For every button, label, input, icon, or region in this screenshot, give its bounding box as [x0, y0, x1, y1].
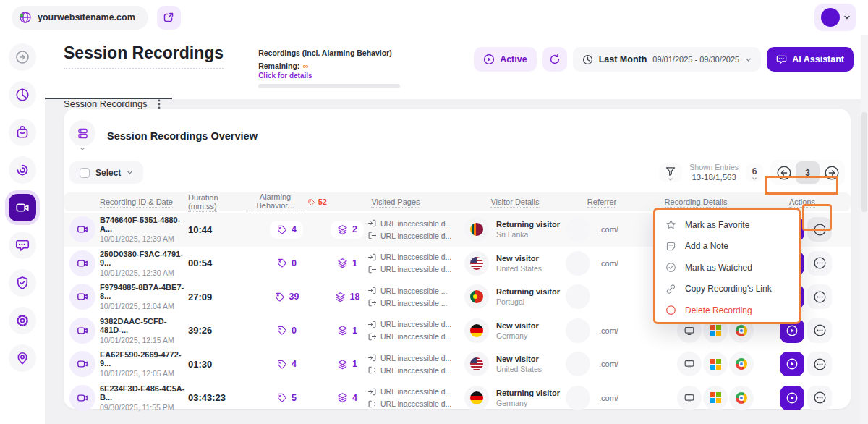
ellipsis-icon: [813, 323, 827, 337]
col-visited-pages[interactable]: Visited Pages: [327, 198, 464, 206]
entry-url[interactable]: URL inaccessible d...: [367, 387, 464, 397]
row-actions-button[interactable]: [807, 386, 832, 410]
shown-entries-value: 13-18/1,563: [689, 172, 739, 182]
country-flag-icon: [470, 223, 483, 236]
exit-url[interactable]: URL inaccessible ...: [367, 298, 464, 308]
visitor-cell: New visitor United States: [464, 251, 566, 276]
pages-count: 1: [352, 326, 357, 336]
play-icon: [786, 357, 799, 370]
date-range-selector[interactable]: Last Month 09/01/2025 - 09/30/2025: [573, 47, 762, 72]
row-actions-button[interactable]: [807, 284, 832, 309]
open-site-button[interactable]: [157, 6, 181, 30]
sidebar-item-privacy[interactable]: [9, 269, 36, 297]
click-for-details-link[interactable]: Click for details: [258, 72, 400, 80]
filter-button[interactable]: [659, 163, 682, 182]
row-actions-button[interactable]: [807, 251, 832, 276]
page-exit-icon: [367, 365, 377, 375]
menu-item-delete-recording[interactable]: Delete Recording: [655, 300, 799, 321]
exit-url[interactable]: URL inaccessible d...: [367, 265, 464, 274]
row-actions-button[interactable]: [807, 352, 832, 376]
overview-collapse-control[interactable]: [69, 120, 95, 151]
col-visitor-details[interactable]: Visitor Details: [464, 198, 566, 206]
visited-pages-count-cell: 1: [327, 355, 367, 373]
ai-assistant-button[interactable]: AI Assistant: [767, 47, 854, 72]
website-selector[interactable]: yourwebsitename.com: [12, 6, 148, 30]
chevron-down-icon: [752, 177, 757, 181]
tag-icon: [276, 325, 287, 336]
col-recording-id[interactable]: Recording ID & Date: [100, 198, 188, 206]
page-entry-icon: [367, 320, 377, 329]
sidebar-toggle-icon[interactable]: [9, 43, 36, 71]
menu-item-add-note[interactable]: Add a Note: [655, 236, 799, 258]
device-desktop-icon: [677, 352, 702, 376]
pages-count: 2: [352, 224, 357, 234]
visitor-type: Returning visitor: [496, 389, 560, 397]
referrer-cell: .com/: [566, 386, 638, 410]
sidebar-item-visitors[interactable]: [9, 119, 36, 146]
select-dropdown[interactable]: Select: [69, 161, 143, 184]
sidebar-item-heatmaps[interactable]: [9, 156, 36, 184]
active-filter-button[interactable]: Active: [474, 47, 537, 72]
select-all-checkbox[interactable]: [80, 168, 90, 178]
user-menu[interactable]: [814, 4, 856, 31]
referrer-favicon: [566, 318, 590, 343]
exit-url[interactable]: URL inaccessible d...: [367, 332, 464, 342]
pages-count: 4: [352, 393, 357, 403]
camera-icon: [69, 385, 95, 411]
entry-url[interactable]: URL inaccessible d...: [367, 353, 464, 362]
table-row[interactable]: 6E234F3D-E486-4C5A-B... 09/30/2025, 11:5…: [64, 381, 851, 415]
visited-urls-cell: URL inaccessible d... URL inaccessible d…: [367, 253, 464, 274]
card-title: Session Recordings Overview: [107, 130, 258, 142]
col-recording-details[interactable]: Recording Details: [638, 198, 754, 206]
entry-url[interactable]: URL inaccessible d...: [367, 219, 464, 228]
page-entry-icon: [367, 253, 377, 262]
avatar: [821, 8, 840, 27]
exit-url[interactable]: URL inaccessible d...: [367, 231, 464, 240]
country-flag-icon: [470, 257, 483, 270]
page-scrollbar[interactable]: [861, 35, 868, 424]
page-exit-icon: [367, 231, 377, 240]
exit-url[interactable]: URL inaccessible d...: [367, 399, 464, 409]
visitor-country: Germany: [496, 331, 539, 340]
exit-url[interactable]: URL inaccessible d...: [367, 365, 464, 375]
sidebar-item-dashboard[interactable]: [9, 81, 36, 109]
layers-icon: [337, 325, 348, 336]
page-exit-icon: [367, 399, 377, 409]
duration: 39:26: [188, 325, 246, 336]
referrer-url: .com/: [599, 394, 618, 402]
col-duration[interactable]: Duration (mm:ss): [188, 193, 246, 211]
table-row[interactable]: EA62F590-2669-4772-9... 10/01/2025, 12:0…: [64, 347, 851, 381]
play-icon: [786, 391, 799, 404]
refresh-button[interactable]: [542, 47, 567, 72]
tag-icon: [276, 392, 287, 403]
entry-url[interactable]: URL inaccessible d...: [367, 253, 464, 262]
entry-url[interactable]: URL inaccessible ...: [367, 286, 464, 295]
entry-url[interactable]: URL inaccessible d...: [367, 320, 464, 329]
sidebar-item-feedback[interactable]: [9, 232, 36, 259]
alarm-count: 5: [292, 393, 297, 403]
note-icon: [665, 241, 676, 252]
recording-id: F9794885-8B7A-4BE7-8...: [100, 283, 188, 300]
camera-icon: [69, 351, 95, 377]
play-recording-button[interactable]: [780, 386, 804, 410]
row-actions-button[interactable]: [807, 318, 832, 343]
recording-id: 9382DAAC-5CFD-481D-...: [100, 317, 188, 334]
external-link-icon: [163, 12, 174, 23]
chat-icon: [776, 54, 787, 65]
col-referrer[interactable]: Referrer: [566, 198, 638, 206]
layers-icon: [335, 292, 346, 302]
sidebar-item-settings[interactable]: [9, 307, 36, 334]
page-size-selector[interactable]: 6: [746, 164, 763, 182]
sidebar-item-session-recordings[interactable]: [9, 194, 36, 221]
menu-item-mark-watched[interactable]: Mark as Watched: [655, 257, 799, 279]
menu-item-mark-favorite[interactable]: Mark as Favorite: [655, 214, 799, 236]
col-alarming-behavior[interactable]: Alarming Behavior... 52: [246, 192, 327, 211]
visited-urls-cell: URL inaccessible d... URL inaccessible d…: [367, 320, 464, 342]
sidebar-item-geolocation[interactable]: [9, 344, 36, 372]
menu-item-copy-link[interactable]: Copy Recording's Link: [655, 279, 799, 300]
scrollbar-thumb[interactable]: [861, 112, 867, 212]
tag-icon: [276, 224, 287, 235]
play-circle-icon: [483, 54, 495, 65]
tag-icon: [274, 292, 285, 302]
play-recording-button[interactable]: [780, 352, 804, 376]
